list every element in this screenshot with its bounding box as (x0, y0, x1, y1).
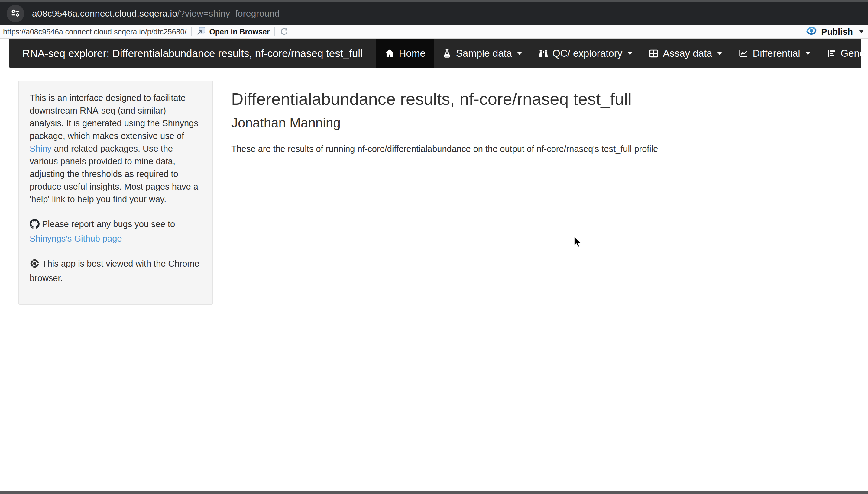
address-query: /?view=shiny_foreground (177, 8, 279, 18)
navbar-menu: Home Sample data (376, 39, 868, 68)
open-in-browser-icon (196, 26, 206, 37)
content-url-text: https://a08c9546a.connect.cloud.seqera.i… (3, 27, 186, 36)
page-description: These are the results of running nf-core… (231, 144, 806, 154)
nav-item-sample-data[interactable]: Sample data (434, 39, 530, 68)
chevron-down-icon (517, 52, 522, 55)
toggles-icon (10, 8, 21, 19)
intro-paragraph: This is an interface designed to facilit… (30, 92, 202, 206)
connect-toolbar: https://a08c9546a.connect.cloud.seqera.i… (0, 25, 868, 39)
nav-item-gene-info[interactable]: Gene info (818, 39, 868, 68)
github-icon (30, 219, 40, 232)
intro-text-continued: and related packages. Use the various pa… (30, 144, 198, 204)
toolbar-divider (274, 27, 275, 36)
navbar-brand: RNA-seq explorer: Differentialabundance … (9, 39, 376, 68)
flask-icon (442, 48, 452, 59)
chrome-icon (30, 259, 40, 272)
binoculars-icon (538, 48, 548, 59)
nav-item-label: Assay data (663, 48, 712, 59)
chart-line-icon (738, 48, 748, 59)
page-author: Jonathan Manning (231, 115, 806, 131)
nav-item-qc-exploratory[interactable]: QC/ exploratory (530, 39, 640, 68)
chrome-paragraph: This app is best viewed with the Chrome … (30, 257, 202, 284)
chevron-down-icon (717, 52, 722, 55)
refresh-icon (279, 27, 289, 36)
shinyngs-github-link[interactable]: Shinyngs's Github page (30, 234, 122, 243)
open-in-browser-label: Open in Browser (209, 27, 270, 36)
publish-label: Publish (821, 27, 853, 37)
home-icon (384, 48, 395, 59)
intro-text: This is an interface designed to facilit… (30, 93, 198, 141)
nav-item-home[interactable]: Home (376, 39, 434, 68)
site-settings-button[interactable] (7, 5, 24, 22)
chrome-text: This app is best viewed with the Chrome … (30, 259, 199, 283)
shiny-link[interactable]: Shiny (30, 144, 52, 153)
window-bottom-bar (0, 491, 868, 494)
nav-item-label: Gene info (841, 48, 868, 59)
toolbar-divider (191, 27, 192, 36)
publish-button[interactable]: Publish (806, 25, 864, 39)
nav-item-label: Home (399, 48, 426, 59)
bug-report-text: Please report any bugs you see to (42, 219, 175, 229)
browser-url-bar: a08c9546a.connect.cloud.seqera.io/?view=… (0, 2, 868, 25)
chart-bar-icon (827, 48, 837, 59)
nav-item-label: QC/ exploratory (553, 48, 622, 59)
nav-item-label: Sample data (456, 48, 512, 59)
nav-item-assay-data[interactable]: Assay data (640, 39, 730, 68)
chevron-down-icon (628, 52, 632, 55)
nav-item-label: Differential (753, 48, 800, 59)
app-navbar: RNA-seq explorer: Differentialabundance … (9, 39, 861, 68)
main-content: Differentialabundance results, nf-core/r… (231, 89, 806, 154)
bug-report-paragraph: Please report any bugs you see to Shinyn… (30, 218, 202, 245)
refresh-button[interactable] (279, 27, 289, 36)
sidebar-info-panel: This is an interface designed to facilit… (18, 81, 213, 305)
page-title: Differentialabundance results, nf-core/r… (231, 89, 806, 109)
table-icon (649, 48, 659, 59)
address-bar[interactable]: a08c9546a.connect.cloud.seqera.io/?view=… (32, 8, 279, 19)
posit-connect-logo-icon (806, 25, 817, 39)
nav-item-differential[interactable]: Differential (730, 39, 818, 68)
address-host: a08c9546a.connect.cloud.seqera.io (32, 8, 177, 18)
mouse-cursor (574, 236, 582, 250)
publish-caret-icon (859, 30, 864, 33)
open-in-browser-button[interactable]: Open in Browser (196, 26, 270, 37)
chevron-down-icon (806, 52, 810, 55)
